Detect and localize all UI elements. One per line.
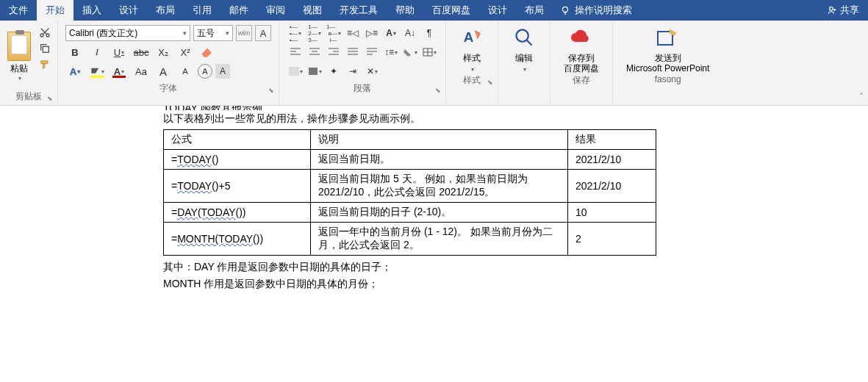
numbering-button[interactable]: 1—2—3—▾	[306, 25, 323, 41]
distribute-button[interactable]	[363, 44, 381, 60]
tab-design2[interactable]: 设计	[479, 0, 516, 21]
multilevel-button[interactable]: 1— a— i—▾	[325, 25, 342, 41]
align-right-button[interactable]	[325, 44, 342, 60]
decrease-indent-button[interactable]: ≡◁	[344, 25, 362, 41]
underline-button[interactable]: U▾	[110, 44, 129, 60]
align-justify-button[interactable]	[344, 44, 362, 60]
baidu-label1: 保存到	[568, 53, 595, 63]
sort-button[interactable]: A↓	[401, 25, 419, 41]
format-painter-button[interactable]	[38, 59, 51, 71]
cell-formula: =DAY(TODAY())	[164, 203, 311, 223]
highlight-color-button[interactable]: ▾	[87, 63, 107, 79]
table-row: =MONTH(TODAY()) 返回一年中的当前月份 (1 - 12)。 如果当…	[164, 223, 656, 256]
bucket-icon	[403, 48, 414, 57]
subscript-button[interactable]: X₂	[154, 44, 173, 60]
char-border-button[interactable]: A	[255, 25, 271, 41]
asian-layout-button[interactable]: A▾	[382, 25, 400, 41]
align-center-icon	[309, 48, 320, 57]
copy-button[interactable]	[38, 43, 51, 54]
chevron-down-icon: ▾	[395, 49, 398, 56]
bold-button[interactable]: B	[65, 44, 85, 60]
tab-baidu[interactable]: 百度网盘	[423, 0, 479, 21]
tab-help[interactable]: 帮助	[387, 0, 423, 21]
svg-rect-10	[658, 32, 672, 45]
share-button[interactable]: 共享	[818, 0, 868, 21]
table-row: =TODAY() 返回当前日期。 2021/2/10	[164, 150, 656, 170]
tell-me-search[interactable]: 操作说明搜索	[553, 0, 639, 21]
font-color-button[interactable]: A▾	[110, 63, 129, 79]
chevron-down-icon: ▾	[101, 68, 104, 75]
shrink-font-button[interactable]: A	[176, 63, 195, 79]
tab-view[interactable]: 视图	[294, 0, 331, 21]
send-to-ppt-button[interactable]: 发送到Microsoft PowerPoint	[616, 22, 720, 74]
text-effects-button[interactable]: A▾	[65, 63, 85, 79]
search-icon	[514, 27, 534, 48]
baidu-save-button[interactable]: 保存到百度网盘	[553, 22, 609, 74]
share-icon	[827, 5, 837, 15]
para-x-button[interactable]: ✕▾	[363, 63, 381, 79]
tab-mailings[interactable]: 邮件	[220, 0, 257, 21]
tab-review[interactable]: 审阅	[257, 0, 294, 21]
tab-file[interactable]: 文件	[0, 0, 37, 21]
cut-button[interactable]	[38, 26, 51, 38]
eraser-button[interactable]	[198, 44, 217, 60]
enclose-char-button[interactable]: A	[198, 64, 212, 79]
tab-insert[interactable]: 插入	[73, 0, 110, 21]
tab-layout[interactable]: 布局	[147, 0, 184, 21]
paste-button[interactable]: 粘贴 ▾	[3, 22, 35, 90]
superscript-button[interactable]: X²	[176, 44, 195, 60]
grow-font-button[interactable]: A	[154, 63, 173, 79]
font-launcher[interactable]: ⬊	[268, 87, 274, 94]
chevron-down-icon: ▾	[18, 75, 21, 82]
align-left-button[interactable]	[287, 44, 304, 60]
baidu-label2: 百度网盘	[564, 63, 599, 73]
char-shading-button2[interactable]: A	[215, 64, 230, 79]
group-styles: A 样式▾ 样式⬊	[446, 21, 498, 105]
clipboard-launcher[interactable]: ⬊	[47, 95, 53, 102]
line-spacing-button[interactable]: ↕≡▾	[382, 44, 400, 60]
styles-launcher[interactable]: ⬊	[487, 79, 493, 86]
share-label: 共享	[840, 4, 859, 17]
document-area[interactable]: TODAY 函数其他示例 以下表格列出一些常见的用法，操作步骤参见动画示例。 公…	[0, 106, 868, 382]
tab-design[interactable]: 设计	[110, 0, 147, 21]
tab-references[interactable]: 引用	[184, 0, 220, 21]
font-name-combo[interactable]: Calibri (西文正文)▾	[65, 25, 190, 41]
group-font: Calibri (西文正文)▾ 五号▾ wén A B I U▾ abc X₂ …	[58, 21, 279, 105]
align-justify-icon	[348, 48, 358, 57]
th-result: 结果	[568, 130, 656, 150]
editing-label: 编辑	[515, 53, 533, 63]
tab-home[interactable]: 开始	[37, 0, 73, 21]
ppt-group-label: fasong	[655, 74, 681, 84]
char-shading-button[interactable]: Aa	[132, 63, 151, 79]
shading-button[interactable]: ▾	[401, 44, 419, 60]
para-launcher[interactable]: ⬊	[435, 87, 441, 94]
borders-button[interactable]: ▾	[420, 44, 438, 60]
align-center-button[interactable]	[306, 44, 323, 60]
tab-layout2[interactable]: 布局	[516, 0, 553, 21]
scissors-icon	[39, 26, 51, 38]
table-header-row: 公式 说明 结果	[164, 130, 656, 150]
shading2-button[interactable]: ▾	[287, 63, 304, 79]
italic-button[interactable]: I	[87, 44, 107, 60]
strikethrough-button[interactable]: abc	[132, 44, 151, 60]
svg-rect-4	[43, 46, 49, 52]
snap-button[interactable]: ✦	[325, 63, 342, 79]
collapse-ribbon-button[interactable]: ˄	[859, 92, 864, 102]
styles-button[interactable]: A 样式▾	[449, 22, 495, 74]
borders2-button[interactable]: ▾	[306, 63, 323, 79]
th-formula: 公式	[164, 130, 311, 150]
styles-label: 样式	[463, 53, 481, 63]
editing-button[interactable]: 编辑▾	[501, 22, 547, 74]
chevron-down-icon: ▾	[121, 68, 124, 75]
tabs-button[interactable]: ⇥	[344, 63, 362, 79]
font-group-label: 字体	[159, 83, 177, 93]
increase-indent-button[interactable]: ▷≡	[363, 25, 381, 41]
bullets-button[interactable]: •—•—•—▾	[287, 25, 304, 41]
brush-icon	[39, 59, 51, 71]
show-marks-button[interactable]: ¶	[420, 25, 438, 41]
font-size-combo[interactable]: 五号▾	[193, 25, 233, 41]
tab-developer[interactable]: 开发工具	[331, 0, 387, 21]
tell-me-label: 操作说明搜索	[575, 4, 632, 17]
paint-icon	[289, 67, 299, 76]
phonetic-guide-button[interactable]: wén	[236, 25, 252, 41]
